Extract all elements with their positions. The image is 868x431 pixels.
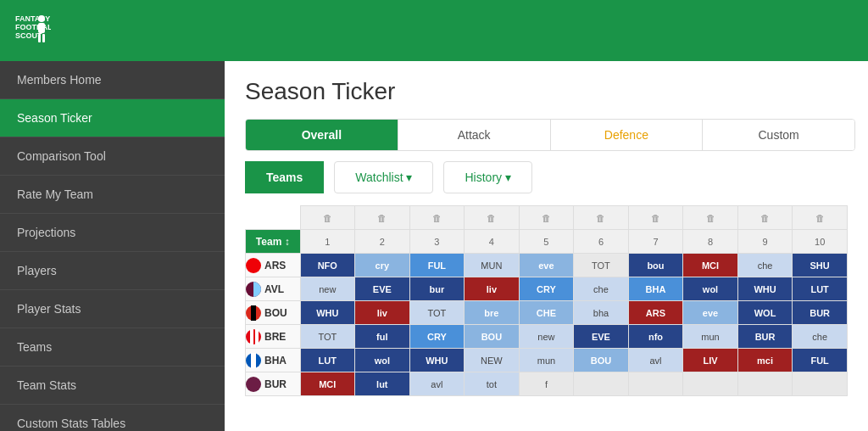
fixture-cell[interactable]: eve: [683, 301, 738, 325]
team-cell-BOU[interactable]: BOU: [246, 301, 301, 325]
team-cell-BRE[interactable]: BRE: [246, 325, 301, 349]
fixture-cell[interactable]: BHA: [628, 277, 683, 301]
col-trash-3[interactable]: 🗑: [409, 206, 465, 230]
fixture-cell[interactable]: [737, 372, 793, 396]
fixture-cell[interactable]: LIV: [683, 349, 738, 372]
sidebar-item-players[interactable]: Players: [0, 252, 225, 290]
fixture-cell[interactable]: avl: [409, 372, 465, 396]
fixture-cell[interactable]: FUL: [793, 349, 848, 372]
fixture-cell[interactable]: wol: [683, 277, 738, 301]
fixture-cell[interactable]: EVE: [355, 277, 410, 301]
fixture-cell[interactable]: CRY: [519, 277, 574, 301]
fixture-cell[interactable]: che: [793, 325, 848, 349]
sidebar-item-rate-my-team[interactable]: Rate My Team: [0, 176, 225, 214]
fixture-cell[interactable]: bha: [574, 301, 629, 325]
fixture-cell[interactable]: bre: [465, 301, 520, 325]
fixture-cell[interactable]: NFO: [300, 254, 355, 277]
trash-icon[interactable]: 🗑: [760, 213, 770, 223]
fixture-cell[interactable]: MCI: [683, 254, 738, 277]
fixture-cell[interactable]: [628, 372, 683, 396]
col-trash-9[interactable]: 🗑: [737, 206, 793, 230]
fixture-cell[interactable]: new: [300, 277, 355, 301]
fixture-cell[interactable]: wol: [355, 349, 410, 372]
fixture-cell[interactable]: BUR: [737, 325, 793, 349]
fixture-cell[interactable]: bou: [628, 254, 683, 277]
fixture-cell[interactable]: WOL: [737, 301, 793, 325]
fixture-cell[interactable]: avl: [628, 349, 683, 372]
fixture-cell[interactable]: che: [737, 254, 793, 277]
trash-icon[interactable]: 🗑: [542, 213, 551, 223]
fixture-cell[interactable]: BOU: [574, 349, 629, 372]
trash-icon[interactable]: 🗑: [432, 213, 442, 223]
fixture-cell[interactable]: NEW: [465, 349, 520, 372]
fixture-cell[interactable]: CHE: [519, 301, 574, 325]
fixture-cell[interactable]: f: [519, 372, 574, 396]
view-history[interactable]: History ▾: [443, 161, 531, 193]
fixture-cell[interactable]: mun: [683, 325, 738, 349]
team-cell-AVL[interactable]: AVL: [246, 277, 301, 301]
tab-defence[interactable]: Defence: [551, 120, 704, 150]
sidebar-item-comparison-tool[interactable]: Comparison Tool: [0, 137, 225, 176]
team-cell-ARS[interactable]: ARS: [246, 254, 301, 277]
sidebar-item-members-home[interactable]: Members Home: [0, 61, 225, 99]
fixture-cell[interactable]: FUL: [409, 254, 465, 277]
fixture-cell[interactable]: BOU: [465, 325, 520, 349]
trash-icon[interactable]: 🗑: [487, 213, 496, 223]
fixture-cell[interactable]: BUR: [793, 301, 848, 325]
fixture-cell[interactable]: mci: [737, 349, 793, 372]
fixture-cell[interactable]: nfo: [628, 325, 683, 349]
fixture-cell[interactable]: [793, 372, 848, 396]
fixture-cell[interactable]: MUN: [465, 254, 520, 277]
fixture-cell[interactable]: new: [519, 325, 574, 349]
fixture-cell[interactable]: ful: [355, 325, 410, 349]
trash-icon[interactable]: 🗑: [377, 213, 387, 223]
col-trash-7[interactable]: 🗑: [628, 206, 683, 230]
fixture-cell[interactable]: ARS: [628, 301, 683, 325]
col-trash-1[interactable]: 🗑: [300, 206, 355, 230]
fixture-cell[interactable]: LUT: [300, 349, 355, 372]
view-watchlist[interactable]: Watchlist ▾: [334, 161, 433, 193]
sidebar-item-player-stats[interactable]: Player Stats: [0, 290, 225, 328]
logo[interactable]: FANTASY FOOTBALL SCOUT: [14, 10, 51, 51]
tab-overall[interactable]: Overall: [246, 120, 398, 150]
view-teams[interactable]: Teams: [245, 161, 324, 193]
sidebar-item-teams[interactable]: Teams: [0, 328, 225, 367]
col-trash-10[interactable]: 🗑: [793, 206, 848, 230]
sidebar-item-projections[interactable]: Projections: [0, 214, 225, 252]
sidebar-item-season-ticker[interactable]: Season Ticker: [0, 99, 225, 137]
fixture-cell[interactable]: [683, 372, 738, 396]
fixture-cell[interactable]: lut: [355, 372, 410, 396]
col-trash-8[interactable]: 🗑: [683, 206, 738, 230]
fixture-cell[interactable]: LUT: [793, 277, 848, 301]
sidebar-item-team-stats[interactable]: Team Stats: [0, 367, 225, 405]
fixture-cell[interactable]: TOT: [574, 254, 629, 277]
tab-attack[interactable]: Attack: [398, 120, 551, 150]
fixture-cell[interactable]: tot: [465, 372, 520, 396]
fixture-cell[interactable]: [574, 372, 629, 396]
col-trash-2[interactable]: 🗑: [355, 206, 410, 230]
fixture-cell[interactable]: MCI: [300, 372, 355, 396]
fixture-cell[interactable]: WHU: [737, 277, 793, 301]
team-cell-BHA[interactable]: BHA: [246, 349, 301, 372]
fixture-cell[interactable]: liv: [355, 301, 410, 325]
fixture-cell[interactable]: bur: [409, 277, 465, 301]
fixture-cell[interactable]: che: [574, 277, 629, 301]
fixture-cell[interactable]: EVE: [574, 325, 629, 349]
sidebar-item-custom-stats[interactable]: Custom Stats Tables: [0, 405, 225, 431]
col-trash-5[interactable]: 🗑: [519, 206, 574, 230]
col-trash-6[interactable]: 🗑: [574, 206, 629, 230]
fixture-cell[interactable]: WHU: [300, 301, 355, 325]
team-cell-BUR[interactable]: BUR: [246, 372, 301, 396]
fixture-cell[interactable]: eve: [519, 254, 574, 277]
fixture-cell[interactable]: mun: [519, 349, 574, 372]
fixture-cell[interactable]: cry: [355, 254, 410, 277]
trash-icon[interactable]: 🗑: [651, 213, 660, 223]
tab-custom[interactable]: Custom: [703, 120, 854, 150]
fixture-cell[interactable]: WHU: [409, 349, 465, 372]
fixture-cell[interactable]: TOT: [300, 325, 355, 349]
col-trash-4[interactable]: 🗑: [465, 206, 520, 230]
trash-icon[interactable]: 🗑: [815, 213, 825, 223]
fixture-cell[interactable]: liv: [465, 277, 520, 301]
col-team-header[interactable]: Team ↕: [246, 230, 301, 254]
trash-icon[interactable]: 🗑: [706, 213, 715, 223]
